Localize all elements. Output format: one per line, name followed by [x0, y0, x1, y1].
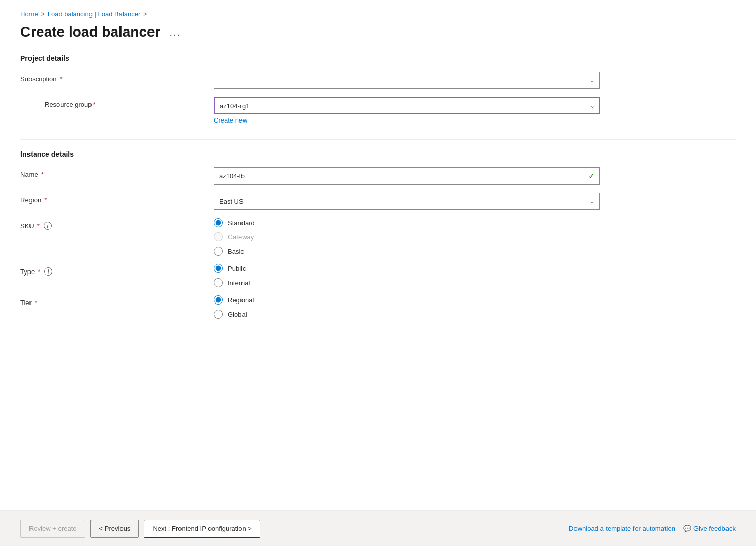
- previous-button[interactable]: < Previous: [90, 520, 139, 538]
- type-info-icon[interactable]: i: [44, 267, 52, 276]
- sku-radio-group: Standard Gateway Basic: [214, 218, 600, 256]
- breadcrumb-load-balancing[interactable]: Load balancing | Load Balancer: [48, 10, 141, 18]
- region-required: *: [44, 196, 47, 204]
- page-title: Create load balancer: [20, 24, 160, 40]
- subscription-control: ⌄: [214, 72, 600, 89]
- give-feedback-link[interactable]: 💬 Give feedback: [683, 525, 736, 532]
- rg-required: *: [93, 101, 96, 108]
- type-internal-radio[interactable]: [214, 278, 223, 287]
- region-row: Region * East US ⌄: [20, 193, 736, 210]
- type-public-radio[interactable]: [214, 264, 223, 273]
- rg-branch-icon: [31, 98, 41, 108]
- give-feedback-label: Give feedback: [693, 525, 736, 532]
- tier-regional-option[interactable]: Regional: [214, 295, 600, 305]
- sku-standard-option[interactable]: Standard: [214, 218, 600, 227]
- resource-group-control: az104-rg1 ⌄ Create new: [214, 97, 600, 124]
- tier-global-label: Global: [228, 311, 247, 318]
- resource-group-label-area: Resource group *: [20, 97, 214, 108]
- type-row: Type * i Public Internal: [20, 264, 736, 287]
- subscription-required: *: [60, 75, 63, 83]
- footer-links: Download a template for automation 💬 Giv…: [569, 525, 736, 532]
- breadcrumb-sep1: >: [41, 11, 45, 18]
- subscription-select[interactable]: [214, 72, 600, 89]
- resource-group-select[interactable]: az104-rg1: [214, 97, 600, 114]
- sku-basic-option[interactable]: Basic: [214, 247, 600, 256]
- sku-control: Standard Gateway Basic: [214, 218, 600, 256]
- download-template-link[interactable]: Download a template for automation: [569, 525, 675, 532]
- type-required: *: [38, 268, 40, 276]
- tier-radio-group: Regional Global: [214, 295, 600, 319]
- breadcrumb-home[interactable]: Home: [20, 10, 38, 18]
- project-details-title: Project details: [20, 54, 736, 63]
- section-divider: [20, 139, 736, 140]
- tier-required: *: [35, 299, 37, 307]
- sku-info-icon[interactable]: i: [44, 222, 52, 230]
- create-new-link[interactable]: Create new: [214, 116, 247, 124]
- sku-row: SKU * i Standard Gateway Basic: [20, 218, 736, 256]
- tier-control: Regional Global: [214, 295, 600, 319]
- instance-details-title: Instance details: [20, 150, 736, 158]
- breadcrumb-sep2: >: [143, 11, 147, 18]
- tier-regional-label: Regional: [228, 296, 254, 304]
- tier-row: Tier * Regional Global: [20, 295, 736, 319]
- type-control: Public Internal: [214, 264, 600, 287]
- tier-global-radio[interactable]: [214, 310, 223, 319]
- sku-standard-label: Standard: [228, 219, 255, 227]
- sku-label: SKU * i: [20, 218, 214, 230]
- type-label: Type * i: [20, 264, 214, 276]
- type-public-option[interactable]: Public: [214, 264, 600, 273]
- sku-required: *: [37, 222, 40, 230]
- type-radio-group: Public Internal: [214, 264, 600, 287]
- sku-basic-radio[interactable]: [214, 247, 223, 256]
- sku-gateway-option[interactable]: Gateway: [214, 232, 600, 241]
- tier-regional-radio[interactable]: [214, 295, 223, 305]
- tier-label: Tier *: [20, 295, 214, 307]
- breadcrumb: Home > Load balancing | Load Balancer >: [20, 10, 736, 18]
- ellipsis-menu-button[interactable]: ...: [166, 25, 184, 39]
- sku-standard-radio[interactable]: [214, 218, 223, 227]
- name-row: Name * ✓: [20, 167, 736, 185]
- name-control: ✓: [214, 167, 600, 185]
- feedback-icon: 💬: [683, 525, 691, 532]
- type-internal-label: Internal: [228, 279, 250, 287]
- region-control: East US ⌄: [214, 193, 600, 210]
- instance-details-section: Instance details Name * ✓ Region *: [20, 150, 736, 319]
- next-button[interactable]: Next : Frontend IP configuration >: [144, 520, 260, 538]
- sku-basic-label: Basic: [228, 248, 244, 255]
- name-input[interactable]: [214, 167, 600, 185]
- review-create-button[interactable]: Review + create: [20, 520, 85, 538]
- subscription-row: Subscription * ⌄: [20, 72, 736, 89]
- type-public-label: Public: [228, 265, 246, 272]
- name-label: Name *: [20, 167, 214, 178]
- region-label: Region *: [20, 193, 214, 204]
- project-details-section: Project details Subscription * ⌄: [20, 54, 736, 124]
- resource-group-row: Resource group * az104-rg1 ⌄ Create new: [20, 97, 736, 124]
- footer: Review + create < Previous Next : Fronte…: [0, 510, 756, 546]
- subscription-label: Subscription *: [20, 72, 214, 83]
- sku-gateway-radio[interactable]: [214, 232, 223, 241]
- name-required: *: [41, 171, 44, 178]
- type-internal-option[interactable]: Internal: [214, 278, 600, 287]
- sku-gateway-label: Gateway: [228, 233, 254, 241]
- region-select[interactable]: East US: [214, 193, 600, 210]
- tier-global-option[interactable]: Global: [214, 310, 600, 319]
